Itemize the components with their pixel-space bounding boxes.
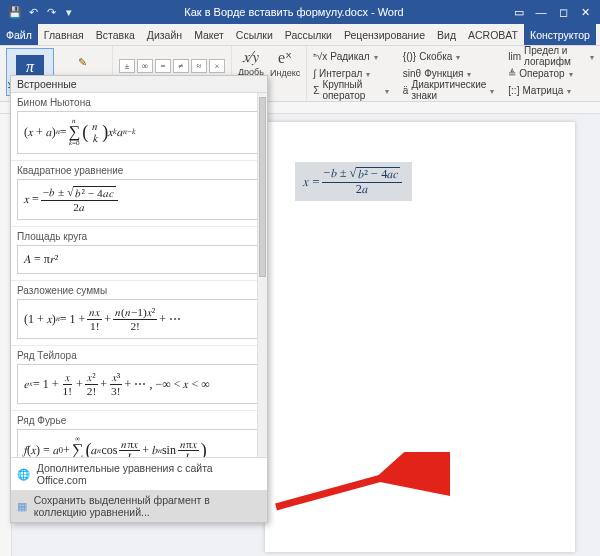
save-fragment-icon: ▦ [17, 499, 28, 513]
gallery-item-formula: (1 + 𝑥)𝑛 = 1 + 𝑛𝑥1! + 𝑛(𝑛−1)𝑥²2! + ⋯ [17, 299, 261, 339]
symbol-infty[interactable]: ∞ [137, 59, 153, 73]
undo-icon[interactable]: ↶ [26, 5, 40, 19]
redo-icon[interactable]: ↷ [44, 5, 58, 19]
gallery-item-label: Разложение суммы [17, 285, 261, 296]
gallery-item-label: Бином Ньютона [17, 97, 261, 108]
symbol-approx[interactable]: ≈ [191, 59, 207, 73]
gallery-item-sum-expansion[interactable]: Разложение суммы (1 + 𝑥)𝑛 = 1 + 𝑛𝑥1! + 𝑛… [11, 281, 267, 346]
tab-file[interactable]: Файл [0, 24, 38, 45]
bracket-button[interactable]: {()} Скобка [403, 48, 494, 64]
gallery-more-link[interactable]: 🌐 Дополнительные уравнения с сайта Offic… [11, 458, 267, 490]
symbol-eq[interactable]: = [155, 59, 171, 73]
large-op-button[interactable]: Σ Крупный оператор [313, 82, 389, 98]
gallery-item-formula: 𝑥 = −𝑏 ± 𝑏² − 4𝑎𝑐 2𝑎 [17, 179, 261, 220]
gallery-item-label: Площадь круга [17, 231, 261, 242]
gallery-save-label: Сохранить выделенный фрагмент в коллекци… [34, 494, 261, 518]
operator-button[interactable]: ≜ Оператор [508, 65, 594, 81]
gallery-body: Бином Ньютона (𝑥 + 𝑎)𝑛 = 𝑛∑𝑘=0 (𝑛𝑘) 𝑥𝑘𝑎𝑛… [11, 93, 267, 457]
gallery-item-label: Ряд Фурье [17, 415, 261, 426]
tab-references[interactable]: Ссылки [230, 24, 279, 45]
tab-mailings[interactable]: Рассылки [279, 24, 338, 45]
gallery-item-taylor[interactable]: Ряд Тейлора 𝑒𝑥 = 1 + 𝑥1! + 𝑥²2! + 𝑥³3! +… [11, 346, 267, 411]
gallery-item-area-circle[interactable]: Площадь круга 𝐴 = π𝑟² [11, 227, 267, 281]
gallery-footer: 🌐 Дополнительные уравнения с сайта Offic… [11, 457, 267, 522]
radical-button[interactable]: ⁿ√x Радикал [313, 48, 389, 64]
gallery-item-label: Квадратное уравнение [17, 165, 261, 176]
index-label: Индекс [270, 68, 300, 78]
gallery-item-binom[interactable]: Бином Ньютона (𝑥 + 𝑎)𝑛 = 𝑛∑𝑘=0 (𝑛𝑘) 𝑥𝑘𝑎𝑛… [11, 93, 267, 161]
gallery-more-label: Дополнительные уравнения с сайта Office.… [37, 462, 261, 486]
equation-object[interactable]: 𝑥 = −𝑏 ± 𝑏² − 4𝑎𝑐 2𝑎 [295, 162, 412, 201]
gallery-item-label: Ряд Тейлора [17, 350, 261, 361]
globe-icon: 🌐 [17, 467, 31, 481]
gallery-scrollbar[interactable] [257, 93, 267, 457]
equation-gallery: Встроенные Бином Ньютона (𝑥 + 𝑎)𝑛 = 𝑛∑𝑘=… [10, 75, 268, 523]
tab-help[interactable]: ❔ Помощь [596, 24, 600, 45]
group-structures: ⁿ√x Радикал ∫ Интеграл Σ Крупный операто… [307, 46, 600, 101]
save-icon[interactable]: 💾 [8, 5, 22, 19]
close-icon[interactable]: ✕ [578, 6, 592, 19]
title-bar: 💾 ↶ ↷ ▾ Как в Ворде вставить формулу.doc… [0, 0, 600, 24]
gallery-item-formula: 𝑒𝑥 = 1 + 𝑥1! + 𝑥²2! + 𝑥³3! + ⋯ , −∞ < 𝑥 … [17, 364, 261, 404]
tab-home[interactable]: Главная [38, 24, 90, 45]
maximize-icon[interactable]: ◻ [556, 6, 570, 19]
gallery-header: Встроенные [11, 76, 267, 93]
pen-icon: ✎ [70, 51, 94, 75]
quick-access-toolbar: 💾 ↶ ↷ ▾ [4, 5, 76, 19]
gallery-item-fourier[interactable]: Ряд Фурье 𝑓(𝑥) = 𝑎0 + ∞∑𝑛=1 (𝑎𝑛 cos 𝑛π𝑥𝐿… [11, 411, 267, 457]
window-title: Как в Ворде вставить формулу.docx - Word [76, 6, 512, 18]
gallery-item-quadratic[interactable]: Квадратное уравнение 𝑥 = −𝑏 ± 𝑏² − 4𝑎𝑐 2… [11, 161, 267, 227]
fraction-icon[interactable]: 𝑥⁄𝑦 [238, 48, 264, 66]
matrix-button[interactable]: [::] Матрица [508, 82, 594, 98]
ribbon-options-icon[interactable]: ▭ [512, 6, 526, 19]
minimize-icon[interactable]: — [534, 6, 548, 18]
gallery-item-formula: 𝐴 = π𝑟² [17, 245, 261, 274]
tab-insert[interactable]: Вставка [90, 24, 141, 45]
symbol-pm[interactable]: ± [119, 59, 135, 73]
ribbon-tabs: Файл Главная Вставка Дизайн Макет Ссылки… [0, 24, 600, 46]
tab-layout[interactable]: Макет [188, 24, 230, 45]
qat-more-icon[interactable]: ▾ [62, 5, 76, 19]
tab-review[interactable]: Рецензирование [338, 24, 431, 45]
symbol-neq[interactable]: ≠ [173, 59, 189, 73]
gallery-item-formula: 𝑓(𝑥) = 𝑎0 + ∞∑𝑛=1 (𝑎𝑛 cos 𝑛π𝑥𝐿 + 𝑏𝑛 sin … [17, 429, 261, 457]
gallery-save-selection[interactable]: ▦ Сохранить выделенный фрагмент в коллек… [11, 490, 267, 522]
window-controls: ▭ — ◻ ✕ [512, 6, 596, 19]
page[interactable]: 𝑥 = −𝑏 ± 𝑏² − 4𝑎𝑐 2𝑎 [265, 122, 575, 552]
diacritic-button[interactable]: ä Диакритические знаки [403, 82, 494, 98]
tab-view[interactable]: Вид [431, 24, 462, 45]
tab-acrobat[interactable]: ACROBAT [462, 24, 524, 45]
symbol-mul[interactable]: × [209, 59, 225, 73]
limit-log-button[interactable]: lim Предел и логарифм [508, 48, 594, 64]
tab-design[interactable]: Дизайн [141, 24, 188, 45]
gallery-item-formula: (𝑥 + 𝑎)𝑛 = 𝑛∑𝑘=0 (𝑛𝑘) 𝑥𝑘𝑎𝑛−𝑘 [17, 111, 261, 154]
index-icon[interactable]: eˣ [270, 48, 300, 67]
tab-constructor[interactable]: Конструктор [524, 24, 596, 45]
